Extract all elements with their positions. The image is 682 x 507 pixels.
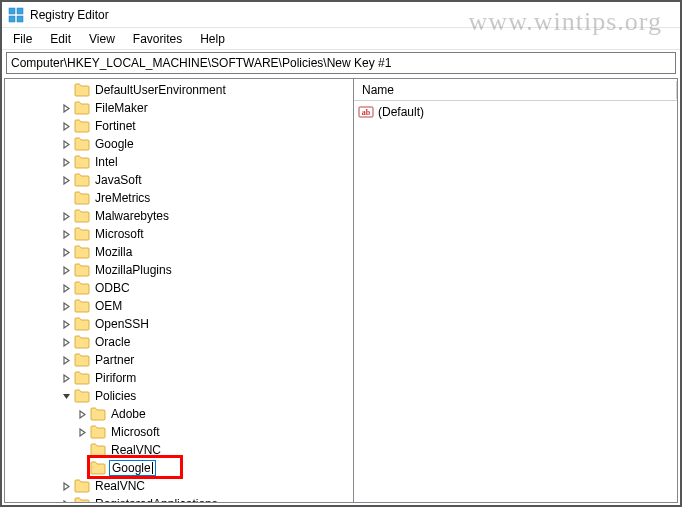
tree-item-label: OpenSSH: [93, 317, 151, 331]
folder-icon: [74, 191, 90, 205]
tree-item-label: Partner: [93, 353, 136, 367]
tree-item-label: RegisteredApplications: [93, 497, 220, 503]
menu-file[interactable]: File: [6, 30, 39, 48]
folder-icon: [74, 497, 90, 503]
folder-icon: [74, 83, 90, 97]
tree-item[interactable]: Policies: [5, 387, 353, 405]
folder-icon: [74, 299, 90, 313]
chevron-right-icon[interactable]: [59, 479, 73, 493]
chevron-right-icon[interactable]: [59, 371, 73, 385]
chevron-right-icon[interactable]: [59, 137, 73, 151]
svg-text:ab: ab: [362, 108, 371, 117]
tree-item-label: Policies: [93, 389, 138, 403]
tree-item[interactable]: Google: [5, 135, 353, 153]
folder-icon: [74, 371, 90, 385]
titlebar: Registry Editor: [2, 2, 680, 28]
chevron-right-icon[interactable]: [59, 209, 73, 223]
tree-item[interactable]: MozillaPlugins: [5, 261, 353, 279]
folder-icon: [74, 245, 90, 259]
tree-item-label: Google: [93, 137, 136, 151]
tree-pane[interactable]: DefaultUserEnvironmentFileMakerFortinetG…: [4, 78, 354, 503]
address-bar[interactable]: Computer\HKEY_LOCAL_MACHINE\SOFTWARE\Pol…: [6, 52, 676, 74]
folder-icon: [74, 335, 90, 349]
folder-icon: [90, 407, 106, 421]
tree-item[interactable]: Adobe: [5, 405, 353, 423]
tree-item[interactable]: Partner: [5, 351, 353, 369]
chevron-right-icon[interactable]: [59, 497, 73, 503]
tree-item[interactable]: Mozilla: [5, 243, 353, 261]
menu-favorites[interactable]: Favorites: [126, 30, 189, 48]
tree-item[interactable]: RegisteredApplications: [5, 495, 353, 503]
folder-icon: [74, 389, 90, 403]
tree-item-label: DefaultUserEnvironment: [93, 83, 228, 97]
tree-item[interactable]: DefaultUserEnvironment: [5, 81, 353, 99]
chevron-right-icon[interactable]: [59, 245, 73, 259]
folder-icon: [74, 353, 90, 367]
tree-item-label: Piriform: [93, 371, 138, 385]
tree-item[interactable]: Oracle: [5, 333, 353, 351]
tree-item[interactable]: JavaSoft: [5, 171, 353, 189]
tree-item[interactable]: JreMetrics: [5, 189, 353, 207]
chevron-right-icon[interactable]: [59, 263, 73, 277]
tree-item[interactable]: Microsoft: [5, 423, 353, 441]
value-name: (Default): [378, 105, 424, 119]
chevron-right-icon[interactable]: [59, 173, 73, 187]
tree-item-label: Adobe: [109, 407, 148, 421]
tree-item-label: ODBC: [93, 281, 132, 295]
tree-item[interactable]: FileMaker: [5, 99, 353, 117]
chevron-right-icon[interactable]: [59, 353, 73, 367]
chevron-right-icon[interactable]: [59, 119, 73, 133]
values-header: Name: [354, 79, 677, 101]
tree-item[interactable]: RealVNC: [5, 477, 353, 495]
tree-item[interactable]: Fortinet: [5, 117, 353, 135]
chevron-right-icon[interactable]: [59, 227, 73, 241]
value-row-default[interactable]: ab (Default): [358, 103, 673, 121]
tree-item[interactable]: Intel: [5, 153, 353, 171]
chevron-right-icon[interactable]: [59, 281, 73, 295]
values-pane[interactable]: Name ab (Default): [354, 78, 678, 503]
chevron-right-icon[interactable]: [59, 335, 73, 349]
menubar: File Edit View Favorites Help: [2, 28, 680, 50]
chevron-right-icon[interactable]: [59, 155, 73, 169]
folder-icon: [74, 227, 90, 241]
folder-icon: [74, 155, 90, 169]
tree-item-label: Microsoft: [93, 227, 146, 241]
window-title: Registry Editor: [30, 8, 109, 22]
tree-item-label: Malwarebytes: [93, 209, 171, 223]
tree-item-label: JavaSoft: [93, 173, 144, 187]
svg-rect-2: [9, 16, 15, 22]
tree-item-label: FileMaker: [93, 101, 150, 115]
tree-item-label: Oracle: [93, 335, 132, 349]
tree-item-label: RealVNC: [109, 443, 163, 457]
chevron-down-icon[interactable]: [59, 389, 73, 403]
tree-item[interactable]: RealVNC: [5, 441, 353, 459]
tree-item-label: Intel: [93, 155, 120, 169]
tree-item[interactable]: Microsoft: [5, 225, 353, 243]
tree-item[interactable]: OpenSSH: [5, 315, 353, 333]
folder-icon: [74, 281, 90, 295]
tree-item[interactable]: Malwarebytes: [5, 207, 353, 225]
address-text: Computer\HKEY_LOCAL_MACHINE\SOFTWARE\Pol…: [11, 56, 391, 70]
tree-item-label: RealVNC: [93, 479, 147, 493]
menu-help[interactable]: Help: [193, 30, 232, 48]
tree-item[interactable]: OEM: [5, 297, 353, 315]
chevron-right-icon[interactable]: [59, 317, 73, 331]
chevron-right-icon[interactable]: [75, 425, 89, 439]
tree-item-label: Fortinet: [93, 119, 138, 133]
folder-icon: [90, 461, 106, 475]
regedit-icon: [8, 7, 24, 23]
menu-edit[interactable]: Edit: [43, 30, 78, 48]
tree-item[interactable]: Google: [5, 459, 353, 477]
folder-icon: [74, 137, 90, 151]
column-name[interactable]: Name: [354, 81, 677, 99]
menu-view[interactable]: View: [82, 30, 122, 48]
folder-icon: [74, 101, 90, 115]
tree-item[interactable]: Piriform: [5, 369, 353, 387]
chevron-right-icon[interactable]: [75, 407, 89, 421]
tree-item-rename-input[interactable]: Google: [109, 460, 156, 476]
svg-rect-3: [17, 16, 23, 22]
tree-item[interactable]: ODBC: [5, 279, 353, 297]
folder-icon: [74, 479, 90, 493]
chevron-right-icon[interactable]: [59, 299, 73, 313]
chevron-right-icon[interactable]: [59, 101, 73, 115]
